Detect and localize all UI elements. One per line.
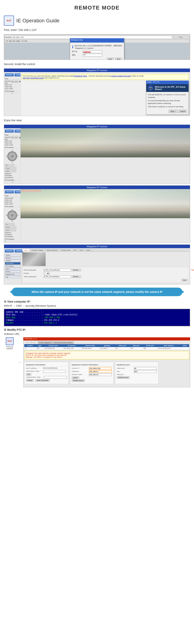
search-btn[interactable]: search [72,376,79,379]
video-tab[interactable]: Video [22,249,29,252]
device-ip-input[interactable] [89,367,112,370]
cancel-button[interactable]: 取消 [115,58,122,60]
path-tab[interactable]: Path [78,249,85,252]
storage-save-btn[interactable]: Save [182,279,188,282]
ptz2-right[interactable]: ► [17,214,19,216]
row-gateway: 192.168.0.1 [99,347,115,350]
install-main: If it's first time you open the browser,… [20,72,190,116]
photo-browse-btn[interactable]: Browse... [72,269,81,271]
download-control-link[interactable]: download control [31,77,44,79]
ptz2-ring[interactable] [7,210,17,220]
record-btn[interactable]: Record [5,270,20,273]
lv2-browse-btn[interactable]: Browse [5,190,14,193]
motion-detection-tab[interactable]: Motion detection [45,249,60,252]
audio-tab[interactable]: Audio [85,249,92,252]
col-http: Http port [130,344,143,347]
privacy-mask-tab[interactable]: Privacy mask [60,249,72,252]
get-btn[interactable]: Get [26,373,31,376]
rtsp-input[interactable] [134,370,157,373]
device-params-tab[interactable]: Device parameters derived [52,341,74,344]
wizard-body2: It is recommended that you close all oth… [148,100,187,105]
dialog-line2: "Megapixel_IP_Camera" [75,47,122,50]
settings-browse-btn[interactable]: Browse [5,249,14,252]
ptz-up[interactable]: ▲ [12,150,13,151]
password-input[interactable]: •••• [83,54,102,56]
auth-input[interactable] [44,376,67,379]
device-browser-tab[interactable]: Device Browser [24,341,38,344]
lv2-focus-plus[interactable]: + [13,226,16,228]
lv2-zoom-plus[interactable]: + [13,229,16,232]
modify-network-btn[interactable]: Modify network [72,379,85,382]
photo-path-input[interactable] [44,269,71,272]
format-select[interactable]: --- [44,272,50,275]
equipment-panels: Equipment information： MAC Address： 00-2… [24,361,189,385]
browser-dot-1 [6,37,7,38]
video-path-input[interactable] [44,275,71,278]
settings-preview [22,252,46,266]
ok-button[interactable]: 确定 [107,58,114,60]
iris-minus[interactable]: - [9,164,11,166]
clear-btn[interactable]: Clear Passwords [35,379,50,382]
video-port-input[interactable] [134,367,157,370]
equipment-info-title: Equipment information： [26,364,67,366]
ptz2-down[interactable]: ▼ [12,221,13,222]
stream-type-select[interactable]: Main stream [10,80,22,82]
color-mode-item: Color mode [5,88,19,90]
modify-port-btn[interactable]: Modify the port [117,376,130,379]
ptz-left[interactable]: ◄ [6,156,7,157]
ptz2-left[interactable]: ◄ [6,214,7,216]
network-btn[interactable]: Network [5,257,20,259]
username-input[interactable]: admin [83,50,102,53]
manage-users-btn[interactable]: Manage Users [5,273,20,276]
zoom-minus[interactable]: - [11,170,13,172]
lv2-zoom-minus[interactable]: - [11,229,13,232]
modify-ptz-step: ② Modify PTZ IP: [0,328,194,332]
system-btn[interactable]: System [5,254,20,256]
gateway-input[interactable] [89,370,112,373]
char-display-tab[interactable]: Character display [29,249,45,252]
zoom-plus[interactable]: + [13,170,16,172]
ptz-ring[interactable] [7,152,17,161]
wizard-next-btn[interactable]: Next > [169,110,177,113]
restart-btn[interactable]: Restart [26,379,34,382]
roi-tab[interactable]: ROI [72,249,78,252]
focus-minus[interactable]: - [11,167,13,170]
save-row: Save [24,279,188,282]
lv2-focus-minus[interactable]: - [11,226,13,228]
activex-link[interactable]: ActiveX Hosting Plug-into [111,75,131,77]
view-section-title: View [5,78,19,80]
lv2-iris-plus[interactable]: + [12,223,14,226]
device-upgrades-tab[interactable]: Device Upgrades [38,341,52,344]
camera-btn[interactable]: Camera [5,260,20,262]
view-ip-step: ① View computer IP: [0,299,194,304]
focus-plus[interactable]: + [13,167,16,170]
col-number: number [24,344,36,347]
video-browse-btn[interactable]: Browse... [72,275,81,278]
wizard-body: This will install IPC_AX version 2.4.15.… [148,94,187,108]
wizard-body1: This will install IPC_AX version 2.4.15.… [148,94,187,99]
click-here-link[interactable]: click here [23,77,30,79]
subnet-input[interactable] [89,373,112,376]
wizard-title-area: Welcome to the IPC_AX Setup Wizard [155,86,187,90]
video-audio-btn[interactable]: Video&Audio [5,262,20,265]
ptz-down[interactable]: ▼ [12,162,13,163]
lv1-stream-type: Stream type Main stream [5,136,19,140]
zoom-row: Zoom - + [5,170,19,172]
ptz2-up[interactable]: ▲ [12,208,13,210]
wizard-cancel-btn[interactable]: Cancel [178,110,187,113]
lv1-stream-select[interactable]: Main stream [10,136,22,139]
verification-input[interactable] [43,370,66,373]
alarm-btn[interactable]: Alarm [5,268,20,270]
lv1-view-title: View [5,134,19,136]
setting-tabs: Video Character display Motion detection… [22,249,189,252]
step3-text: Enjoy live view [0,118,194,123]
row-number: 0 [24,347,36,350]
ptz-function-btn[interactable]: PTZ function [5,265,20,268]
ptz-right[interactable]: ► [17,156,19,157]
ipnetwork-tools-link[interactable]: IPANetwork Tools [73,75,87,77]
log-btn[interactable]: Log [5,276,20,278]
lv1-browse-btn[interactable]: Browse [5,130,14,132]
lv2-iris-minus[interactable]: - [9,223,11,226]
iris-plus[interactable]: + [12,164,14,166]
browse-btn[interactable]: Browse [5,73,14,76]
